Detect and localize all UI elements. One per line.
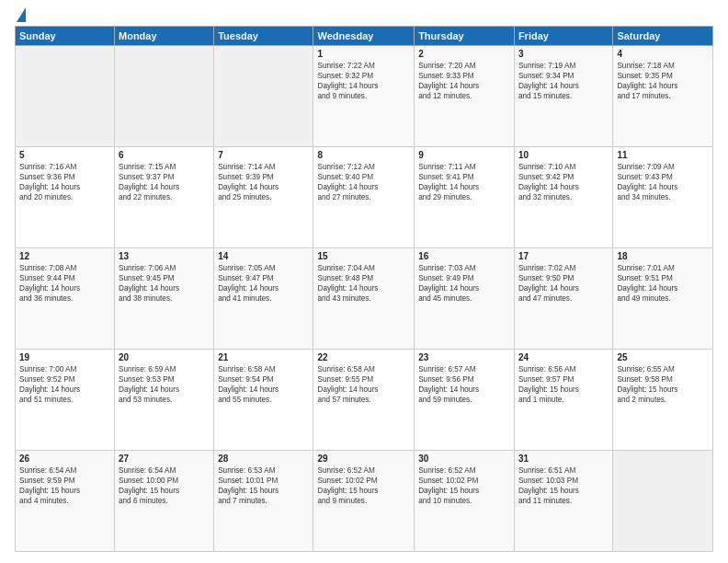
day-info: Sunrise: 7:15 AM Sunset: 9:37 PM Dayligh… (119, 162, 210, 202)
day-cell (214, 46, 313, 147)
day-cell (16, 46, 115, 147)
day-info: Sunrise: 7:16 AM Sunset: 9:36 PM Dayligh… (19, 162, 110, 202)
day-number: 7 (218, 150, 309, 160)
day-cell: 3Sunrise: 7:19 AM Sunset: 9:34 PM Daylig… (514, 46, 612, 147)
day-info: Sunrise: 7:10 AM Sunset: 9:42 PM Dayligh… (518, 162, 609, 202)
day-number: 24 (518, 352, 609, 362)
logo-triangle-icon (17, 7, 26, 22)
day-info: Sunrise: 6:52 AM Sunset: 10:02 PM Daylig… (317, 465, 410, 506)
day-cell: 26Sunrise: 6:54 AM Sunset: 9:59 PM Dayli… (16, 451, 115, 552)
day-number: 11 (617, 150, 709, 160)
day-number: 21 (218, 352, 309, 362)
day-number: 30 (418, 454, 510, 464)
day-cell: 28Sunrise: 6:53 AM Sunset: 10:01 PM Dayl… (214, 451, 313, 552)
day-info: Sunrise: 7:22 AM Sunset: 9:32 PM Dayligh… (317, 61, 410, 101)
day-cell: 23Sunrise: 6:57 AM Sunset: 9:56 PM Dayli… (415, 350, 515, 451)
day-number: 3 (518, 49, 609, 59)
day-info: Sunrise: 6:51 AM Sunset: 10:03 PM Daylig… (518, 465, 609, 506)
day-number: 13 (119, 251, 210, 261)
week-row-3: 12Sunrise: 7:08 AM Sunset: 9:44 PM Dayli… (16, 248, 713, 350)
day-number: 5 (19, 150, 110, 160)
day-number: 26 (19, 454, 110, 464)
day-cell: 25Sunrise: 6:55 AM Sunset: 9:58 PM Dayli… (613, 350, 713, 451)
day-number: 20 (119, 352, 210, 362)
day-number: 8 (317, 150, 410, 160)
day-cell: 27Sunrise: 6:54 AM Sunset: 10:00 PM Dayl… (115, 451, 214, 552)
day-info: Sunrise: 6:58 AM Sunset: 9:54 PM Dayligh… (218, 364, 309, 405)
day-info: Sunrise: 7:19 AM Sunset: 9:34 PM Dayligh… (518, 61, 609, 101)
day-number: 23 (418, 352, 510, 362)
day-cell: 21Sunrise: 6:58 AM Sunset: 9:54 PM Dayli… (214, 350, 313, 451)
day-info: Sunrise: 6:59 AM Sunset: 9:53 PM Dayligh… (119, 364, 210, 405)
day-number: 25 (617, 352, 709, 362)
day-number: 1 (317, 49, 410, 59)
week-row-4: 19Sunrise: 7:00 AM Sunset: 9:52 PM Dayli… (16, 350, 713, 451)
week-row-1: 1Sunrise: 7:22 AM Sunset: 9:32 PM Daylig… (16, 46, 713, 147)
day-number: 29 (317, 454, 410, 464)
day-info: Sunrise: 7:01 AM Sunset: 9:51 PM Dayligh… (617, 263, 709, 304)
day-cell: 16Sunrise: 7:03 AM Sunset: 9:49 PM Dayli… (415, 248, 515, 350)
day-number: 15 (317, 251, 410, 261)
calendar: SundayMondayTuesdayWednesdayThursdayFrid… (15, 26, 713, 552)
day-number: 4 (617, 49, 709, 59)
day-number: 22 (317, 352, 410, 362)
day-number: 31 (518, 454, 609, 464)
day-cell (613, 451, 713, 552)
day-info: Sunrise: 6:54 AM Sunset: 10:00 PM Daylig… (119, 465, 210, 506)
day-info: Sunrise: 7:03 AM Sunset: 9:49 PM Dayligh… (418, 263, 510, 304)
day-number: 10 (518, 150, 609, 160)
day-cell: 1Sunrise: 7:22 AM Sunset: 9:32 PM Daylig… (313, 46, 415, 147)
week-row-5: 26Sunrise: 6:54 AM Sunset: 9:59 PM Dayli… (16, 451, 713, 552)
day-info: Sunrise: 7:00 AM Sunset: 9:52 PM Dayligh… (19, 364, 110, 405)
day-cell: 20Sunrise: 6:59 AM Sunset: 9:53 PM Dayli… (115, 350, 214, 451)
day-cell: 30Sunrise: 6:52 AM Sunset: 10:02 PM Dayl… (415, 451, 515, 552)
day-cell: 2Sunrise: 7:20 AM Sunset: 9:33 PM Daylig… (415, 46, 515, 147)
day-cell: 10Sunrise: 7:10 AM Sunset: 9:42 PM Dayli… (514, 147, 612, 248)
day-number: 16 (418, 251, 510, 261)
day-info: Sunrise: 6:55 AM Sunset: 9:58 PM Dayligh… (617, 364, 709, 405)
day-header-thursday: Thursday (415, 27, 515, 46)
header (15, 11, 713, 18)
day-cell: 7Sunrise: 7:14 AM Sunset: 9:39 PM Daylig… (214, 147, 313, 248)
day-header-saturday: Saturday (613, 27, 713, 46)
day-cell: 11Sunrise: 7:09 AM Sunset: 9:43 PM Dayli… (613, 147, 713, 248)
days-header-row: SundayMondayTuesdayWednesdayThursdayFrid… (16, 27, 713, 46)
day-info: Sunrise: 7:11 AM Sunset: 9:41 PM Dayligh… (418, 162, 510, 202)
day-info: Sunrise: 7:08 AM Sunset: 9:44 PM Dayligh… (19, 263, 110, 304)
day-info: Sunrise: 7:20 AM Sunset: 9:33 PM Dayligh… (418, 61, 510, 101)
day-number: 2 (418, 49, 510, 59)
day-info: Sunrise: 6:54 AM Sunset: 9:59 PM Dayligh… (19, 465, 110, 506)
day-cell: 4Sunrise: 7:18 AM Sunset: 9:35 PM Daylig… (613, 46, 713, 147)
day-number: 14 (218, 251, 309, 261)
day-info: Sunrise: 6:56 AM Sunset: 9:57 PM Dayligh… (518, 364, 609, 405)
day-info: Sunrise: 6:58 AM Sunset: 9:55 PM Dayligh… (317, 364, 410, 405)
day-cell: 18Sunrise: 7:01 AM Sunset: 9:51 PM Dayli… (613, 248, 713, 350)
day-cell: 13Sunrise: 7:06 AM Sunset: 9:45 PM Dayli… (115, 248, 214, 350)
day-cell: 24Sunrise: 6:56 AM Sunset: 9:57 PM Dayli… (514, 350, 612, 451)
day-number: 9 (418, 150, 510, 160)
day-header-tuesday: Tuesday (214, 27, 313, 46)
day-info: Sunrise: 7:04 AM Sunset: 9:48 PM Dayligh… (317, 263, 410, 304)
day-number: 17 (518, 251, 609, 261)
day-info: Sunrise: 7:05 AM Sunset: 9:47 PM Dayligh… (218, 263, 309, 304)
day-number: 12 (19, 251, 110, 261)
week-row-2: 5Sunrise: 7:16 AM Sunset: 9:36 PM Daylig… (16, 147, 713, 248)
day-info: Sunrise: 6:57 AM Sunset: 9:56 PM Dayligh… (418, 364, 510, 405)
day-info: Sunrise: 7:14 AM Sunset: 9:39 PM Dayligh… (218, 162, 309, 202)
day-number: 19 (19, 352, 110, 362)
day-cell: 17Sunrise: 7:02 AM Sunset: 9:50 PM Dayli… (514, 248, 612, 350)
day-cell: 31Sunrise: 6:51 AM Sunset: 10:03 PM Dayl… (514, 451, 612, 552)
day-info: Sunrise: 6:53 AM Sunset: 10:01 PM Daylig… (218, 465, 309, 506)
day-number: 28 (218, 454, 309, 464)
day-cell: 15Sunrise: 7:04 AM Sunset: 9:48 PM Dayli… (313, 248, 415, 350)
day-cell: 8Sunrise: 7:12 AM Sunset: 9:40 PM Daylig… (313, 147, 415, 248)
day-cell (115, 46, 214, 147)
day-cell: 6Sunrise: 7:15 AM Sunset: 9:37 PM Daylig… (115, 147, 214, 248)
day-info: Sunrise: 7:09 AM Sunset: 9:43 PM Dayligh… (617, 162, 709, 202)
day-cell: 5Sunrise: 7:16 AM Sunset: 9:36 PM Daylig… (16, 147, 115, 248)
day-cell: 14Sunrise: 7:05 AM Sunset: 9:47 PM Dayli… (214, 248, 313, 350)
day-info: Sunrise: 7:12 AM Sunset: 9:40 PM Dayligh… (317, 162, 410, 202)
day-cell: 9Sunrise: 7:11 AM Sunset: 9:41 PM Daylig… (415, 147, 515, 248)
day-info: Sunrise: 7:18 AM Sunset: 9:35 PM Dayligh… (617, 61, 709, 101)
day-cell: 22Sunrise: 6:58 AM Sunset: 9:55 PM Dayli… (313, 350, 415, 451)
